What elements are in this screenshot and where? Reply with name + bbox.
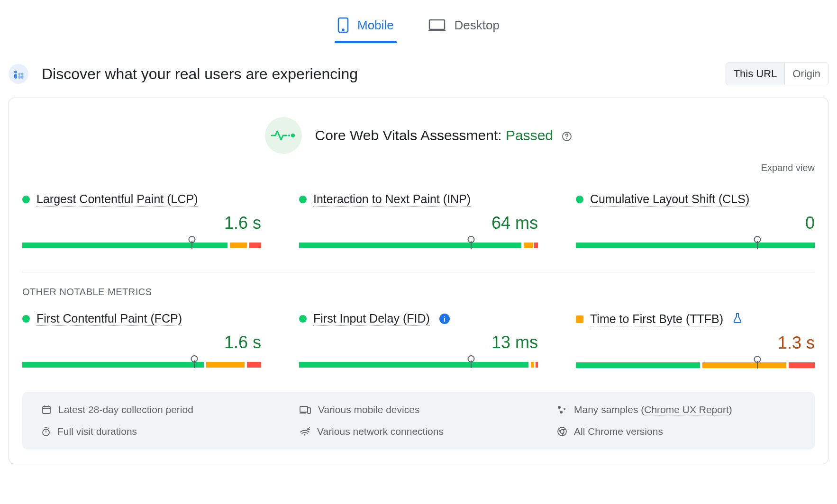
assessment-row: Core Web Vitals Assessment: Passed: [22, 117, 815, 154]
metric-bar-ttfb: [576, 356, 815, 369]
stopwatch-icon: [41, 426, 51, 437]
divider: [22, 272, 815, 272]
metric-bar-cls: [576, 236, 815, 249]
svg-rect-8: [21, 75, 24, 79]
svg-point-18: [560, 411, 563, 414]
crux-report-link[interactable]: Chrome UX Report: [644, 404, 729, 415]
svg-rect-2: [429, 20, 445, 29]
svg-rect-14: [300, 406, 308, 412]
tab-mobile[interactable]: Mobile: [335, 12, 397, 42]
metric-name-ttfb[interactable]: Time to First Byte (TTFB): [590, 312, 723, 326]
footer-info: Latest 28-day collection period Various …: [22, 392, 815, 450]
svg-point-20: [304, 434, 306, 436]
svg-point-10: [288, 135, 290, 136]
svg-point-21: [558, 427, 566, 436]
svg-point-5: [18, 73, 21, 75]
footer-period: Latest 28-day collection period: [41, 404, 280, 415]
scatter-icon: [557, 405, 567, 414]
assessment-status: Passed: [506, 127, 553, 143]
svg-rect-15: [308, 408, 310, 414]
info-icon[interactable]: i: [439, 314, 450, 324]
footer-devices: Various mobile devices: [299, 404, 538, 415]
metric-cls: Cumulative Layout Shift (CLS) 0: [576, 192, 815, 249]
footer-network: Various network connections: [299, 426, 538, 437]
svg-rect-4: [14, 74, 17, 79]
svg-point-12: [566, 138, 567, 139]
metric-name-inp[interactable]: Interaction to Next Paint (INP): [313, 192, 471, 207]
metric-name-cls[interactable]: Cumulative Layout Shift (CLS): [590, 192, 749, 207]
metric-value-cls: 0: [576, 213, 815, 233]
metric-bar-fid: [299, 355, 538, 369]
metric-value-fid: 13 ms: [299, 333, 538, 352]
metric-bar-inp: [299, 236, 538, 249]
chrome-icon: [557, 426, 567, 437]
metric-bar-lcp: [22, 236, 261, 249]
assessment-text: Core Web Vitals Assessment: Passed: [315, 127, 573, 144]
flask-icon: [733, 312, 742, 326]
vitals-card: Core Web Vitals Assessment: Passed Expan…: [9, 98, 828, 464]
device-tabs: Mobile Desktop: [0, 0, 837, 42]
scope-toggle: This URL Origin: [726, 63, 828, 85]
status-dot-icon: [299, 315, 307, 323]
tab-desktop-label: Desktop: [455, 18, 500, 33]
svg-rect-6: [18, 75, 21, 79]
metric-value-inp: 64 ms: [299, 213, 538, 233]
metric-value-lcp: 1.6 s: [22, 213, 261, 233]
metric-fid: First Input Delay (FID)i 13 ms: [299, 312, 538, 369]
metric-name-fcp[interactable]: First Contentful Paint (FCP): [36, 312, 182, 326]
metric-name-fid[interactable]: First Input Delay (FID): [313, 312, 430, 326]
status-dot-icon: [299, 196, 307, 203]
devices-icon: [299, 405, 311, 414]
metric-value-ttfb: 1.3 s: [576, 333, 815, 353]
svg-point-9: [291, 134, 295, 137]
metric-lcp: Largest Contentful Paint (LCP) 1.6 s: [22, 192, 261, 249]
help-icon[interactable]: [562, 131, 572, 142]
svg-point-7: [21, 73, 24, 75]
svg-point-17: [564, 408, 565, 410]
assessment-label: Core Web Vitals Assessment:: [315, 127, 502, 143]
status-dot-icon: [22, 315, 30, 323]
metric-fcp: First Contentful Paint (FCP) 1.6 s: [22, 312, 261, 369]
svg-point-1: [343, 29, 344, 31]
metric-inp: Interaction to Next Paint (INP) 64 ms: [299, 192, 538, 249]
status-square-icon: [576, 315, 583, 323]
status-dot-icon: [576, 196, 583, 203]
core-metrics: Largest Contentful Paint (LCP) 1.6 s Int…: [22, 192, 815, 249]
metric-value-fcp: 1.6 s: [22, 333, 261, 352]
other-metrics: First Contentful Paint (FCP) 1.6 s First…: [22, 312, 815, 369]
mobile-icon: [337, 17, 349, 33]
svg-rect-13: [43, 406, 50, 414]
network-icon: [299, 427, 310, 436]
metric-ttfb: Time to First Byte (TTFB) 1.3 s: [576, 312, 815, 369]
desktop-icon: [428, 18, 446, 32]
expand-view-button[interactable]: Expand view: [22, 162, 815, 173]
svg-point-16: [558, 406, 561, 409]
calendar-icon: [41, 405, 52, 415]
footer-samples: Many samples (Chrome UX Report): [557, 404, 796, 415]
section-other-label: OTHER NOTABLE METRICS: [22, 287, 815, 297]
tab-mobile-label: Mobile: [357, 18, 394, 33]
svg-point-3: [14, 71, 17, 73]
page-title: Discover what your real users are experi…: [42, 65, 358, 83]
toggle-origin[interactable]: Origin: [784, 63, 828, 85]
footer-durations: Full visit durations: [41, 426, 280, 437]
metric-name-lcp[interactable]: Largest Contentful Paint (LCP): [36, 192, 198, 207]
crux-logo-icon: [9, 64, 28, 84]
tab-desktop[interactable]: Desktop: [425, 12, 502, 42]
footer-chrome: All Chrome versions: [557, 426, 796, 437]
metric-bar-fcp: [22, 355, 261, 369]
vitals-pass-icon: [265, 117, 302, 154]
status-dot-icon: [22, 196, 30, 203]
toggle-this-url[interactable]: This URL: [726, 63, 785, 85]
